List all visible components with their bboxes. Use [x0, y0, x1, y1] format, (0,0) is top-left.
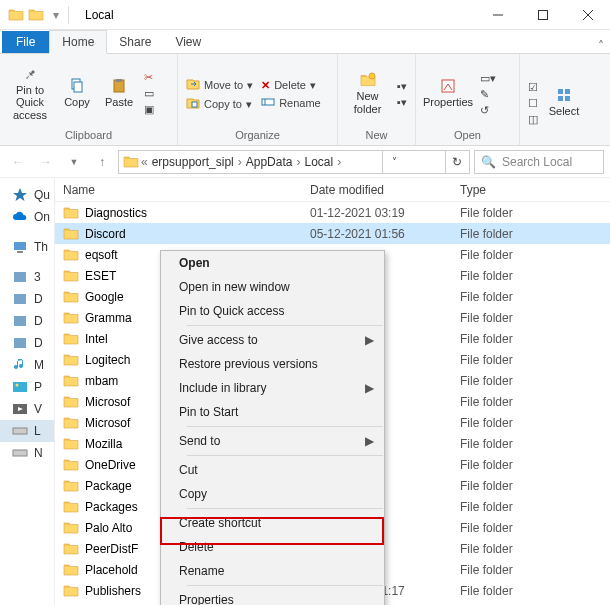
invert-selection-button[interactable]: ◫ — [528, 113, 538, 126]
collapse-ribbon-icon[interactable]: ˄ — [598, 39, 604, 53]
menu-item-cut[interactable]: Cut — [161, 458, 384, 482]
history-button[interactable]: ↺ — [480, 104, 496, 117]
edit-button[interactable]: ✎ — [480, 88, 496, 101]
search-input[interactable]: 🔍 Search Local — [474, 150, 604, 174]
table-row[interactable]: Discord05-12-2021 01:56File folder — [55, 223, 610, 244]
svg-point-7 — [369, 73, 375, 79]
folder-icon — [63, 289, 79, 305]
up-button[interactable]: ↑ — [90, 150, 114, 174]
column-type[interactable]: Type — [460, 183, 610, 197]
copy-to-button[interactable]: Copy to ▾ — [186, 96, 253, 112]
music-icon — [12, 357, 28, 373]
svg-rect-2 — [74, 82, 82, 92]
easy-access-button[interactable]: ▪▾ — [397, 96, 407, 109]
menu-item-include-in-library[interactable]: Include in library▶ — [161, 376, 384, 400]
paste-button[interactable]: Paste — [98, 74, 140, 108]
breadcrumb[interactable]: « erpsupport_sipl› AppData› Local› ˅ ↻ — [118, 150, 470, 174]
sidebar-item[interactable]: 3 — [0, 266, 54, 288]
menu-separator — [187, 455, 383, 456]
sidebar-item[interactable]: Th — [0, 236, 54, 258]
properties-button[interactable]: Properties — [420, 74, 476, 108]
sidebar-item[interactable]: D — [0, 310, 54, 332]
vid-icon — [12, 401, 28, 417]
svg-rect-13 — [14, 242, 26, 250]
copy-button[interactable]: Copy — [56, 74, 98, 108]
sidebar-item[interactable]: L — [0, 420, 54, 442]
sidebar-item[interactable]: M — [0, 354, 54, 376]
new-folder-button[interactable]: New folder — [342, 68, 393, 114]
menu-item-open-in-new-window[interactable]: Open in new window — [161, 275, 384, 299]
svg-rect-4 — [116, 79, 122, 82]
folder-icon — [63, 583, 79, 599]
sidebar-item[interactable]: V — [0, 398, 54, 420]
folder-icon — [63, 226, 79, 242]
copypath-icon: ▭ — [144, 87, 154, 100]
menu-item-pin-to-quick-access[interactable]: Pin to Quick access — [161, 299, 384, 323]
rename-button[interactable]: Rename — [261, 95, 321, 111]
menu-item-restore-previous-versions[interactable]: Restore previous versions — [161, 352, 384, 376]
maximize-button[interactable] — [520, 0, 565, 30]
copy-path-button[interactable]: ▭ — [144, 87, 154, 100]
tab-file[interactable]: File — [2, 31, 49, 53]
move-to-button[interactable]: Move to ▾ — [186, 77, 253, 93]
minimize-button[interactable] — [475, 0, 520, 30]
select-none-button[interactable]: ☐ — [528, 97, 538, 110]
pin-quick-access-button[interactable]: Pin to Quick access — [4, 62, 56, 120]
select-all-button[interactable]: ☑ — [528, 81, 538, 94]
folder-icon — [63, 352, 79, 368]
delete-icon: ✕ — [261, 79, 270, 92]
tab-share[interactable]: Share — [107, 31, 163, 53]
column-date[interactable]: Date modified — [310, 183, 460, 197]
group-label: New — [342, 127, 411, 145]
sidebar-item[interactable]: On — [0, 206, 54, 228]
refresh-button[interactable]: ↻ — [445, 151, 469, 173]
folder-icon — [63, 499, 79, 515]
sidebar-item[interactable]: P — [0, 376, 54, 398]
menu-separator — [187, 426, 383, 427]
delete-button[interactable]: ✕Delete ▾ — [261, 79, 321, 92]
star-icon — [12, 187, 28, 203]
tab-view[interactable]: View — [163, 31, 213, 53]
table-row[interactable]: Diagnostics01-12-2021 03:19File folder — [55, 202, 610, 223]
nav-pane[interactable]: QuOnTh3DDDMPVLN — [0, 178, 55, 605]
path-dropdown-button[interactable]: ˅ — [382, 151, 406, 173]
paste-shortcut-button[interactable]: ▣ — [144, 103, 154, 116]
menu-item-create-shortcut[interactable]: Create shortcut — [161, 511, 384, 535]
folder-icon — [28, 7, 44, 23]
menu-item-open[interactable]: Open — [161, 251, 384, 275]
menu-separator — [187, 508, 383, 509]
new-item-button[interactable]: ▪▾ — [397, 80, 407, 93]
menu-item-rename[interactable]: Rename — [161, 559, 384, 583]
menu-item-properties[interactable]: Properties — [161, 588, 384, 605]
group-label: Organize — [182, 127, 333, 145]
group-clipboard: Pin to Quick access Copy Paste ✂ ▭ ▣ Cli… — [0, 54, 178, 145]
sidebar-item[interactable]: D — [0, 288, 54, 310]
menu-item-copy[interactable]: Copy — [161, 482, 384, 506]
open-button[interactable]: ▭▾ — [480, 72, 496, 85]
menu-item-delete[interactable]: Delete — [161, 535, 384, 559]
down-icon — [12, 335, 28, 351]
back-button[interactable]: ← — [6, 150, 30, 174]
close-button[interactable] — [565, 0, 610, 30]
column-headers[interactable]: Name Date modified Type — [55, 178, 610, 202]
recent-locations-button[interactable]: ▼ — [62, 150, 86, 174]
tab-home[interactable]: Home — [49, 30, 107, 54]
rename-icon — [261, 95, 275, 111]
group-open: Properties ▭▾ ✎ ↺ Open — [416, 54, 520, 145]
menu-item-give-access-to[interactable]: Give access to▶ — [161, 328, 384, 352]
menu-item-send-to[interactable]: Send to▶ — [161, 429, 384, 453]
select-button[interactable]: Select — [542, 83, 586, 117]
cut-button[interactable]: ✂ — [144, 71, 154, 84]
column-name[interactable]: Name — [55, 183, 310, 197]
copyto-icon — [186, 96, 200, 112]
qat-customize-icon[interactable]: ▾ — [48, 7, 64, 23]
select-icon — [556, 87, 572, 103]
sidebar-item[interactable]: D — [0, 332, 54, 354]
svg-rect-8 — [442, 80, 454, 92]
sidebar-item[interactable]: N — [0, 442, 54, 464]
folder-icon — [63, 373, 79, 389]
pic-icon — [12, 379, 28, 395]
forward-button[interactable]: → — [34, 150, 58, 174]
menu-item-pin-to-start[interactable]: Pin to Start — [161, 400, 384, 424]
sidebar-item[interactable]: Qu — [0, 184, 54, 206]
